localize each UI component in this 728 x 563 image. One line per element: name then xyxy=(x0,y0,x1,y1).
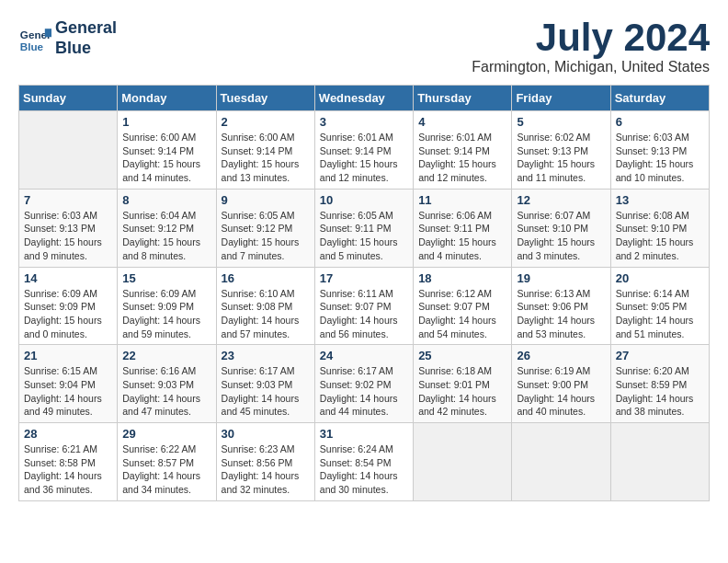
day-info: Sunrise: 6:15 AMSunset: 9:04 PMDaylight:… xyxy=(24,364,112,419)
day-info: Sunrise: 6:05 AMSunset: 9:12 PMDaylight:… xyxy=(222,209,310,263)
header-day-saturday: Saturday xyxy=(610,86,709,111)
day-number: 30 xyxy=(222,427,310,441)
day-info: Sunrise: 6:03 AMSunset: 9:13 PMDaylight:… xyxy=(616,131,704,185)
day-info: Sunrise: 6:04 AMSunset: 9:12 PMDaylight:… xyxy=(122,209,210,263)
day-info: Sunrise: 6:11 AMSunset: 9:07 PMDaylight:… xyxy=(320,287,408,341)
logo-text: General Blue xyxy=(55,18,117,58)
title-section: July 2024 Farmington, Michigan, United S… xyxy=(472,18,710,75)
day-info: Sunrise: 6:24 AMSunset: 8:54 PMDaylight:… xyxy=(320,442,408,497)
logo: General Blue General Blue xyxy=(18,18,117,58)
calendar-cell: 20Sunrise: 6:14 AMSunset: 9:05 PMDayligh… xyxy=(610,267,709,345)
calendar-cell: 3Sunrise: 6:01 AMSunset: 9:14 PMDaylight… xyxy=(314,111,413,190)
day-number: 28 xyxy=(24,427,112,441)
day-info: Sunrise: 6:07 AMSunset: 9:10 PMDaylight:… xyxy=(517,209,605,263)
day-number: 20 xyxy=(616,271,704,285)
day-number: 14 xyxy=(24,271,112,285)
calendar-cell: 27Sunrise: 6:20 AMSunset: 8:59 PMDayligh… xyxy=(610,345,709,423)
day-number: 6 xyxy=(616,115,704,129)
month-title: July 2024 xyxy=(472,18,710,57)
day-number: 8 xyxy=(122,193,210,207)
week-row-2: 7Sunrise: 6:03 AMSunset: 9:13 PMDaylight… xyxy=(19,189,710,267)
week-row-5: 28Sunrise: 6:21 AMSunset: 8:58 PMDayligh… xyxy=(19,423,710,501)
calendar-cell: 6Sunrise: 6:03 AMSunset: 9:13 PMDaylight… xyxy=(610,111,709,190)
day-info: Sunrise: 6:05 AMSunset: 9:11 PMDaylight:… xyxy=(320,209,408,263)
calendar-cell xyxy=(414,423,512,501)
day-number: 29 xyxy=(122,427,210,441)
calendar-cell: 26Sunrise: 6:19 AMSunset: 9:00 PMDayligh… xyxy=(512,345,610,423)
day-number: 13 xyxy=(616,193,704,207)
svg-marker-2 xyxy=(45,29,51,37)
calendar-cell: 12Sunrise: 6:07 AMSunset: 9:10 PMDayligh… xyxy=(512,189,610,267)
calendar-cell xyxy=(610,423,709,501)
header-day-sunday: Sunday xyxy=(19,86,118,111)
calendar-cell: 11Sunrise: 6:06 AMSunset: 9:11 PMDayligh… xyxy=(414,189,512,267)
calendar-cell: 17Sunrise: 6:11 AMSunset: 9:07 PMDayligh… xyxy=(314,267,413,345)
day-info: Sunrise: 6:00 AMSunset: 9:14 PMDaylight:… xyxy=(122,131,210,185)
calendar-cell: 18Sunrise: 6:12 AMSunset: 9:07 PMDayligh… xyxy=(414,267,512,345)
day-info: Sunrise: 6:19 AMSunset: 9:00 PMDaylight:… xyxy=(517,364,605,419)
day-number: 19 xyxy=(517,271,605,285)
week-row-3: 14Sunrise: 6:09 AMSunset: 9:09 PMDayligh… xyxy=(19,267,710,345)
day-number: 21 xyxy=(24,349,112,362)
day-info: Sunrise: 6:08 AMSunset: 9:10 PMDaylight:… xyxy=(616,209,704,263)
day-number: 31 xyxy=(320,427,408,441)
header-day-thursday: Thursday xyxy=(414,86,512,111)
calendar-cell: 15Sunrise: 6:09 AMSunset: 9:09 PMDayligh… xyxy=(118,267,216,345)
day-number: 23 xyxy=(222,349,310,362)
calendar-cell: 4Sunrise: 6:01 AMSunset: 9:14 PMDaylight… xyxy=(414,111,512,190)
day-number: 7 xyxy=(24,193,112,207)
header-day-friday: Friday xyxy=(512,86,610,111)
calendar-cell: 8Sunrise: 6:04 AMSunset: 9:12 PMDaylight… xyxy=(118,189,216,267)
day-info: Sunrise: 6:20 AMSunset: 8:59 PMDaylight:… xyxy=(616,364,704,419)
day-number: 4 xyxy=(418,115,506,129)
calendar-cell: 16Sunrise: 6:10 AMSunset: 9:08 PMDayligh… xyxy=(216,267,314,345)
header-row: SundayMondayTuesdayWednesdayThursdayFrid… xyxy=(19,86,710,111)
day-number: 25 xyxy=(418,349,506,362)
day-number: 26 xyxy=(517,349,605,362)
day-number: 10 xyxy=(320,193,408,207)
calendar-cell: 9Sunrise: 6:05 AMSunset: 9:12 PMDaylight… xyxy=(216,189,314,267)
day-number: 2 xyxy=(222,115,310,129)
day-info: Sunrise: 6:23 AMSunset: 8:56 PMDaylight:… xyxy=(222,442,310,497)
logo-line1: General xyxy=(55,18,117,37)
day-info: Sunrise: 6:01 AMSunset: 9:14 PMDaylight:… xyxy=(320,131,408,185)
week-row-4: 21Sunrise: 6:15 AMSunset: 9:04 PMDayligh… xyxy=(19,345,710,423)
calendar-cell: 21Sunrise: 6:15 AMSunset: 9:04 PMDayligh… xyxy=(19,345,118,423)
day-info: Sunrise: 6:09 AMSunset: 9:09 PMDaylight:… xyxy=(122,287,210,341)
day-info: Sunrise: 6:13 AMSunset: 9:06 PMDaylight:… xyxy=(517,287,605,341)
logo-line2: Blue xyxy=(55,39,91,57)
calendar-cell: 31Sunrise: 6:24 AMSunset: 8:54 PMDayligh… xyxy=(314,423,413,501)
calendar-cell: 24Sunrise: 6:17 AMSunset: 9:02 PMDayligh… xyxy=(314,345,413,423)
day-number: 24 xyxy=(320,349,408,362)
location: Farmington, Michigan, United States xyxy=(472,59,710,75)
day-info: Sunrise: 6:06 AMSunset: 9:11 PMDaylight:… xyxy=(418,209,506,263)
day-info: Sunrise: 6:17 AMSunset: 9:03 PMDaylight:… xyxy=(222,364,310,419)
day-info: Sunrise: 6:22 AMSunset: 8:57 PMDaylight:… xyxy=(122,442,210,497)
week-row-1: 1Sunrise: 6:00 AMSunset: 9:14 PMDaylight… xyxy=(19,111,710,190)
calendar-cell: 10Sunrise: 6:05 AMSunset: 9:11 PMDayligh… xyxy=(314,189,413,267)
calendar-cell: 30Sunrise: 6:23 AMSunset: 8:56 PMDayligh… xyxy=(216,423,314,501)
day-info: Sunrise: 6:02 AMSunset: 9:13 PMDaylight:… xyxy=(517,131,605,185)
day-info: Sunrise: 6:18 AMSunset: 9:01 PMDaylight:… xyxy=(418,364,506,419)
calendar-cell: 14Sunrise: 6:09 AMSunset: 9:09 PMDayligh… xyxy=(19,267,118,345)
calendar-cell xyxy=(19,111,118,190)
calendar-cell: 7Sunrise: 6:03 AMSunset: 9:13 PMDaylight… xyxy=(19,189,118,267)
day-number: 3 xyxy=(320,115,408,129)
day-number: 18 xyxy=(418,271,506,285)
header-day-monday: Monday xyxy=(118,86,216,111)
calendar-cell: 23Sunrise: 6:17 AMSunset: 9:03 PMDayligh… xyxy=(216,345,314,423)
day-info: Sunrise: 6:03 AMSunset: 9:13 PMDaylight:… xyxy=(24,209,112,263)
calendar-table: SundayMondayTuesdayWednesdayThursdayFrid… xyxy=(18,85,710,501)
page-header: General Blue General Blue July 2024 Farm… xyxy=(18,18,710,75)
logo-icon: General Blue xyxy=(18,22,51,55)
day-info: Sunrise: 6:12 AMSunset: 9:07 PMDaylight:… xyxy=(418,287,506,341)
calendar-cell: 19Sunrise: 6:13 AMSunset: 9:06 PMDayligh… xyxy=(512,267,610,345)
calendar-cell: 1Sunrise: 6:00 AMSunset: 9:14 PMDaylight… xyxy=(118,111,216,190)
calendar-cell xyxy=(512,423,610,501)
calendar-cell: 25Sunrise: 6:18 AMSunset: 9:01 PMDayligh… xyxy=(414,345,512,423)
day-info: Sunrise: 6:21 AMSunset: 8:58 PMDaylight:… xyxy=(24,442,112,497)
day-number: 15 xyxy=(122,271,210,285)
calendar-cell: 29Sunrise: 6:22 AMSunset: 8:57 PMDayligh… xyxy=(118,423,216,501)
day-info: Sunrise: 6:01 AMSunset: 9:14 PMDaylight:… xyxy=(418,131,506,185)
day-info: Sunrise: 6:09 AMSunset: 9:09 PMDaylight:… xyxy=(24,287,112,341)
